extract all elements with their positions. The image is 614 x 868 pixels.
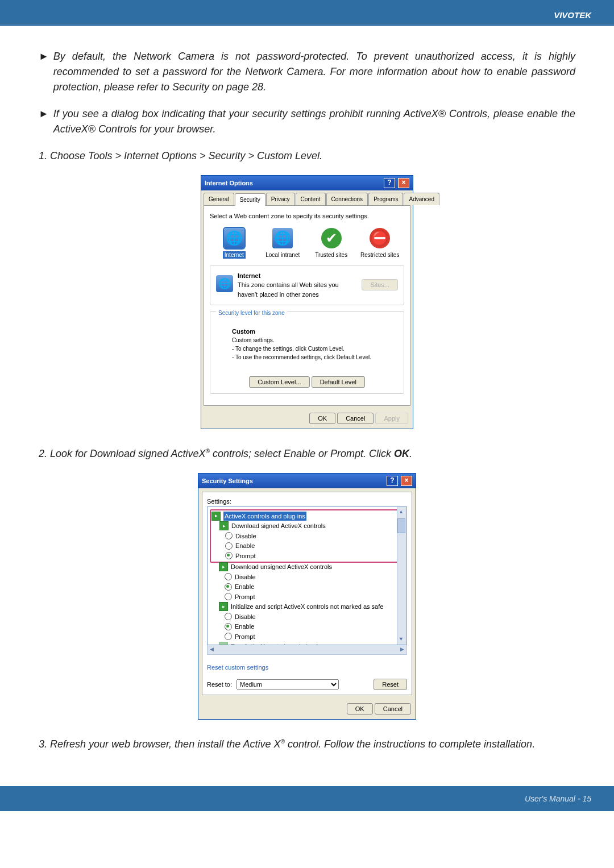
globe-icon: 🌐 [272,228,293,248]
radio[interactable] [225,593,232,600]
zone-trusted[interactable]: ✔ Trusted sites [312,228,351,259]
h-scrollbar[interactable]: ◀▶ [207,645,407,655]
settings-tree[interactable]: ▸ActiveX controls and plug-ins ▸Download… [207,506,407,645]
dialog-buttons: OK Cancel Apply [201,408,413,429]
radio[interactable] [225,542,233,550]
reset-select[interactable]: Medium [237,679,339,690]
page-footer: User's Manual - 15 [0,786,614,811]
security-panel: Select a Web content zone to specify its… [204,205,410,406]
group-label: ActiveX controls and plug-ins [223,512,306,521]
page-content: ► By default, the Network Camera is not … [0,49,614,752]
scroll-thumb[interactable] [397,518,405,533]
step-2: 2. Look for Download signed ActiveX® con… [39,446,575,462]
zone-desc: This zone contains all Web sites you hav… [238,281,339,298]
bullet-text: By default, the Network Camera is not pa… [53,49,575,95]
titlebar: Internet Options ? × [201,176,413,190]
tab-content[interactable]: Content [296,193,326,205]
scrollbar[interactable] [397,507,406,645]
custom-level-button[interactable]: Custom Level... [249,376,309,388]
internet-options-dialog: Internet Options ? × General Security Pr… [201,175,413,429]
tab-privacy[interactable]: Privacy [266,193,295,205]
page-header: VIVOTEK [0,0,614,24]
help-icon[interactable]: ? [384,178,395,188]
header-divider [0,24,614,26]
settings-panel: Settings: ▸ActiveX controls and plug-ins… [202,492,412,695]
brand: VIVOTEK [554,10,591,20]
bullet-text: If you see a dialog box indicating that … [53,106,575,137]
cancel-button[interactable]: Cancel [375,703,411,715]
bullet-marker: ► [39,49,49,95]
zone-info: 🌐 Internet This zone contains all Web si… [210,265,404,306]
apply-button[interactable]: Apply [375,413,408,424]
sec-level-label: Security level for this zone [216,310,287,316]
sites-button[interactable]: Sites... [362,279,398,290]
bullet-marker: ► [39,106,49,137]
tab-security[interactable]: Security [235,193,265,206]
activex-icon: ▸ [219,602,228,611]
radio-selected[interactable] [225,552,233,559]
help-icon[interactable]: ? [387,476,398,486]
restrict-icon: ⛔ [370,228,390,248]
item-label: Download signed ActiveX controls [231,521,326,531]
dialog-title: Security Settings [202,476,253,486]
tabs: General Security Privacy Content Connect… [201,190,413,205]
radio[interactable] [225,613,232,620]
security-settings-dialog: Security Settings ? × Settings: ▸ActiveX… [198,473,416,720]
bullet-2: ► If you see a dialog box indicating tha… [39,106,575,137]
reset-label: Reset custom settings [207,664,268,671]
step-1: 1. Choose Tools > Internet Options > Sec… [39,148,575,164]
ok-button[interactable]: OK [347,703,373,715]
instruction: Select a Web content zone to specify its… [210,211,404,221]
radio-selected[interactable] [225,583,232,591]
security-level-box: Security level for this zone Custom Cust… [210,311,404,394]
tab-connections[interactable]: Connections [326,193,368,205]
tab-programs[interactable]: Programs [368,193,403,205]
reset-group: Reset custom settings Reset to: Medium R… [207,663,407,691]
cancel-button[interactable]: Cancel [337,413,374,424]
zone-local-intranet[interactable]: 🌐 Local intranet [263,228,302,259]
bullet-1: ► By default, the Network Camera is not … [39,49,575,95]
radio[interactable] [225,573,232,580]
close-icon[interactable]: × [401,476,412,486]
footer-text: User's Manual - 15 [525,794,591,803]
dialog-buttons: OK Cancel [198,699,416,719]
radio-selected[interactable] [225,623,232,630]
titlebar: Security Settings ? × [198,474,416,488]
zone-name: Internet [238,272,260,279]
activex-icon: ▸ [219,562,228,571]
ok-button[interactable]: OK [309,413,335,424]
globe-icon: 🌐 [216,275,233,292]
globe-icon: 🌐 [224,228,244,248]
item-label: Initialize and script ActiveX controls n… [231,602,383,612]
activex-icon: ▸ [219,521,229,530]
highlight-group: ▸ActiveX controls and plug-ins ▸Download… [210,509,404,563]
item-label: Download unsigned ActiveX controls [231,562,332,572]
check-icon: ✔ [321,228,342,248]
activex-icon: ▸ [211,512,221,521]
zone-internet[interactable]: 🌐 Internet [214,228,254,259]
activex-icon: ▸ [219,642,228,645]
settings-label: Settings: [207,497,407,506]
close-icon[interactable]: × [398,178,409,188]
tab-advanced[interactable]: Advanced [404,193,439,205]
custom-heading: Custom [232,328,255,335]
step-3: 3. Refresh your web browser, then instal… [39,737,575,752]
dialog-title: Internet Options [205,178,253,188]
reset-button[interactable]: Reset [374,679,407,690]
reset-to-label: Reset to: [207,680,232,690]
tab-general[interactable]: General [204,193,234,205]
radio[interactable] [225,633,232,640]
radio[interactable] [225,532,233,539]
default-level-button[interactable]: Default Level [312,376,365,388]
zone-restricted[interactable]: ⛔ Restricted sites [360,228,400,259]
zone-row: 🌐 Internet 🌐 Local intranet ✔ Trusted si… [210,228,404,259]
